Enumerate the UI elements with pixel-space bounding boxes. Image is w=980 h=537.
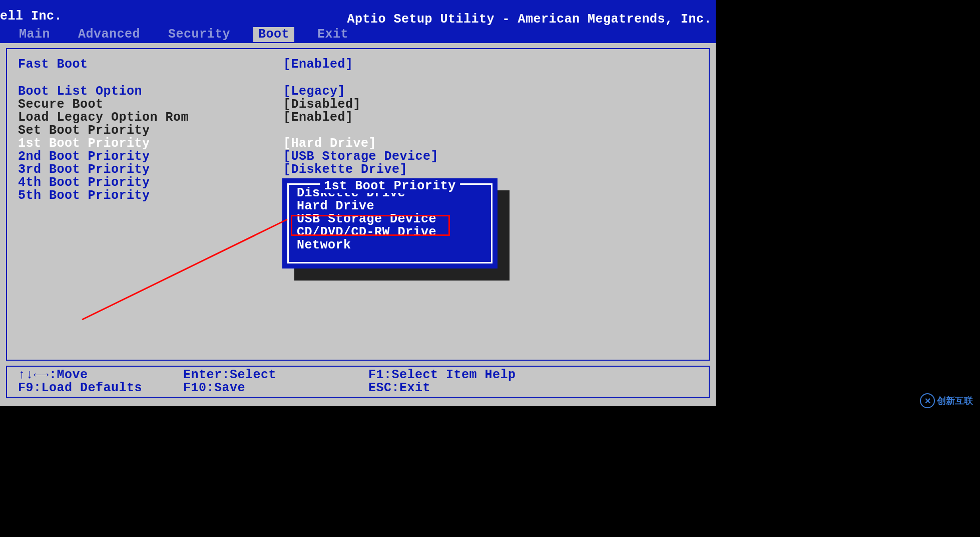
popup-item-usb-storage-device[interactable]: USB Storage Device bbox=[297, 213, 483, 226]
setting-set-boot-priority: Set Boot Priority bbox=[18, 124, 699, 137]
setting-1st-boot-priority[interactable]: 1st Boot Priority [Hard Drive] bbox=[18, 137, 699, 150]
tab-security[interactable]: Security bbox=[163, 27, 235, 42]
help-f9: F9:Load Defaults bbox=[18, 382, 142, 395]
setting-label: Secure Boot bbox=[18, 98, 104, 111]
setting-value: [Legacy] bbox=[283, 85, 345, 98]
watermark: ✕ 创新互联 bbox=[920, 392, 975, 409]
popup-inner: 1st Boot Priority Diskette Drive Hard Dr… bbox=[287, 183, 493, 263]
help-f1: F1:Select Item Help bbox=[368, 369, 516, 382]
setting-boot-list-option[interactable]: Boot List Option [Legacy] bbox=[18, 85, 699, 98]
setting-value: [Disabled] bbox=[283, 98, 361, 111]
bios-screen: ell Inc. Aptio Setup Utility - American … bbox=[0, 0, 716, 406]
setting-value: [Enabled] bbox=[283, 58, 353, 71]
setting-label: Set Boot Priority bbox=[18, 124, 150, 137]
setting-label: Fast Boot bbox=[18, 58, 88, 71]
help-enter-select: Enter:Select bbox=[183, 369, 276, 382]
popup-item-cd-dvd-drive[interactable]: CD/DVD/CD-RW Drive bbox=[297, 226, 483, 239]
setting-value: [Enabled] bbox=[283, 111, 353, 124]
setting-secure-boot[interactable]: Secure Boot [Disabled] bbox=[18, 98, 699, 111]
popup-item-hard-drive[interactable]: Hard Drive bbox=[297, 200, 483, 213]
menu-tabs: Main Advanced Security Boot Exit bbox=[14, 27, 353, 42]
setting-value: [Hard Drive] bbox=[283, 137, 376, 150]
setting-label: 1st Boot Priority bbox=[18, 137, 150, 150]
settings-panel: Fast Boot [Enabled] Boot List Option [Le… bbox=[6, 48, 710, 361]
boot-priority-popup: 1st Boot Priority Diskette Drive Hard Dr… bbox=[282, 178, 498, 268]
setting-label: 5th Boot Priority bbox=[18, 189, 150, 202]
tab-exit[interactable]: Exit bbox=[312, 27, 353, 42]
bios-header: ell Inc. Aptio Setup Utility - American … bbox=[0, 0, 716, 43]
setting-label: 3rd Boot Priority bbox=[18, 163, 150, 176]
setting-label: 2nd Boot Priority bbox=[18, 150, 150, 163]
svg-line-0 bbox=[82, 219, 287, 320]
setting-label: Load Legacy Option Rom bbox=[18, 111, 189, 124]
help-row-1: ↑↓←→:Move Enter:Select F1:Select Item He… bbox=[18, 369, 699, 382]
setting-value: [Diskette Drive] bbox=[283, 163, 407, 176]
setting-label: 4th Boot Priority bbox=[18, 176, 150, 189]
help-row-2: F9:Load Defaults F10:Save ESC:Exit bbox=[18, 382, 699, 395]
tab-main[interactable]: Main bbox=[14, 27, 55, 42]
watermark-icon: ✕ bbox=[920, 393, 935, 408]
help-esc: ESC:Exit bbox=[368, 382, 430, 395]
setting-fast-boot[interactable]: Fast Boot [Enabled] bbox=[18, 58, 699, 71]
setting-label: Boot List Option bbox=[18, 85, 142, 98]
popup-item-network[interactable]: Network bbox=[297, 239, 483, 252]
help-move: ↑↓←→:Move bbox=[18, 369, 88, 382]
popup-title: 1st Boot Priority bbox=[320, 180, 460, 193]
tab-advanced[interactable]: Advanced bbox=[73, 27, 145, 42]
utility-title: Aptio Setup Utility - American Megatrend… bbox=[347, 13, 712, 26]
setting-load-legacy-option-rom[interactable]: Load Legacy Option Rom [Enabled] bbox=[18, 111, 699, 124]
vendor-label: ell Inc. bbox=[0, 10, 62, 23]
help-bar: ↑↓←→:Move Enter:Select F1:Select Item He… bbox=[6, 366, 710, 398]
setting-value: [USB Storage Device] bbox=[283, 150, 438, 163]
setting-2nd-boot-priority[interactable]: 2nd Boot Priority [USB Storage Device] bbox=[18, 150, 699, 163]
watermark-text: 创新互联 bbox=[937, 395, 973, 407]
tab-boot[interactable]: Boot bbox=[253, 27, 294, 42]
setting-3rd-boot-priority[interactable]: 3rd Boot Priority [Diskette Drive] bbox=[18, 163, 699, 176]
help-f10: F10:Save bbox=[183, 382, 245, 395]
screen: ell Inc. Aptio Setup Utility - American … bbox=[0, 0, 980, 537]
